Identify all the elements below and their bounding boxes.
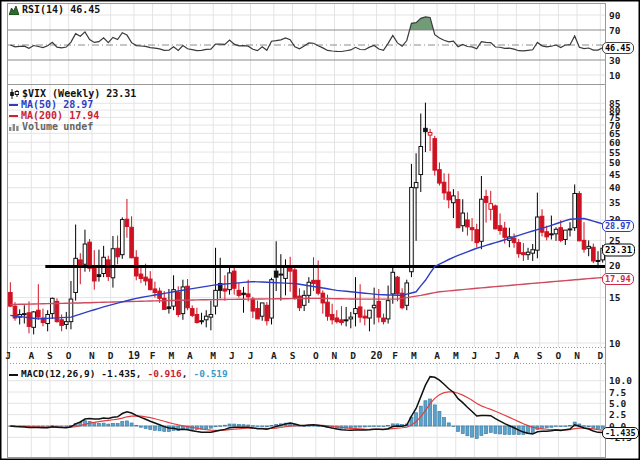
ma50-legend: MA(50)28.97 <box>9 99 136 110</box>
x-axis-month-label: M <box>453 350 459 361</box>
x-axis-month-label: 20 <box>370 350 382 361</box>
x-axis-month-label: N <box>574 350 580 361</box>
axis-label: 10 <box>609 338 621 349</box>
ma50-value-bubble: 28.97 <box>602 220 634 232</box>
rsi-header: RSI(14)46.45 <box>9 4 100 15</box>
axis-label: 2.5 <box>609 409 626 420</box>
x-axis-month-label: D <box>597 350 603 361</box>
axis-label: 35 <box>609 197 621 208</box>
axis-label: 90 <box>609 10 621 21</box>
chart-canvas: 9070301010152025303540455055606570758085… <box>0 0 640 460</box>
volume-value: undef <box>63 121 93 132</box>
macd-value-bubble: -1.435 <box>602 427 639 439</box>
axis-label: 50 <box>609 157 621 168</box>
ma200-label: MA(200) <box>21 110 63 121</box>
volume-label: Volume <box>22 121 58 132</box>
x-axis-month-label: J <box>5 350 11 361</box>
stockchart-panel: 9070301010152025303540455055606570758085… <box>0 0 640 460</box>
area-chart-icon <box>9 5 19 15</box>
macd-signal-value: -0.916 <box>147 368 181 379</box>
x-axis-month-label: A <box>271 350 277 361</box>
x-axis-month-label: F <box>392 350 398 361</box>
x-axis-month-label: D <box>108 350 114 361</box>
x-axis-month-label: O <box>555 350 561 361</box>
x-axis-month-label: O <box>313 350 319 361</box>
last-price-bubble: 23.31 <box>602 244 635 257</box>
month-gridlines <box>31 3 600 457</box>
x-axis-month-label: J <box>495 350 501 361</box>
x-axis-month-label: S <box>47 350 53 361</box>
axis-label: 15 <box>609 292 621 303</box>
axis-label: 10 <box>609 70 621 81</box>
axis-label: 55 <box>609 147 621 158</box>
axis-label: 70 <box>609 25 621 36</box>
ma200-legend: MA(200)17.94 <box>9 110 136 121</box>
axis-label: 20 <box>609 260 621 271</box>
macd-hist-value: -0.519 <box>193 368 227 379</box>
symbol-label: $VIX (Weekly) <box>22 88 100 99</box>
x-axis-month-label: A <box>28 350 34 361</box>
symbol-row: $VIX (Weekly)23.31 <box>9 88 136 99</box>
x-axis-month-label: A <box>434 350 440 361</box>
x-axis-month-label: S <box>290 350 296 361</box>
x-axis-month-label: J <box>472 350 478 361</box>
x-axis-month-label: J <box>229 350 235 361</box>
x-axis-month-label: N <box>332 350 338 361</box>
ma200-value-bubble: 17.94 <box>602 273 634 285</box>
x-axis-month-label: A <box>187 350 193 361</box>
x-axis-month-label: S <box>537 350 543 361</box>
rsi-value-bubble: 46.45 <box>602 42 634 54</box>
axis-label: 5.0 <box>609 398 626 409</box>
macd-header: MACD(12,26,9)-1.435,-0.916,-0.519 <box>9 368 228 379</box>
axis-label: 40 <box>609 182 621 193</box>
axis-label: 85 <box>609 98 621 109</box>
rsi-value: 46.45 <box>70 4 100 15</box>
axis-label: 45 <box>609 169 621 180</box>
axis-label: 10.0 <box>609 375 632 386</box>
volume-bars-icon <box>9 122 19 131</box>
macd-sep2: , <box>182 368 188 379</box>
ma200-line-swatch <box>9 115 18 117</box>
axis-label: 30 <box>609 55 621 66</box>
x-axis-month-label: N <box>89 350 95 361</box>
ma50-line-swatch <box>9 104 18 106</box>
candlestick-icon <box>9 89 19 99</box>
macd-value: -1.435 <box>101 368 135 379</box>
x-axis-month-label: F <box>150 350 156 361</box>
macd-label: MACD(12,26,9) <box>21 368 95 379</box>
rsi-label: RSI(14) <box>22 4 64 15</box>
x-axis-month-label: M <box>411 350 417 361</box>
x-axis-month-label: A <box>514 350 520 361</box>
x-axis-month-label: J <box>248 350 254 361</box>
ma50-label: MA(50) <box>21 99 57 110</box>
last-value: 23.31 <box>106 88 136 99</box>
x-axis-month-label: D <box>350 350 356 361</box>
x-axis-month-label: O <box>66 350 72 361</box>
x-axis-month-label: M <box>168 350 174 361</box>
macd-line-swatch <box>9 374 18 376</box>
candles <box>9 103 605 335</box>
ma200-value: 17.94 <box>69 110 99 121</box>
ma50-value: 28.97 <box>63 99 93 110</box>
price-header: $VIX (Weekly)23.31 MA(50)28.97 MA(200)17… <box>9 88 136 132</box>
macd-sep1: , <box>136 368 142 379</box>
x-axis-month-label: 19 <box>128 350 140 361</box>
rsi-line <box>10 17 602 52</box>
volume-legend: Volumeundef <box>9 121 136 132</box>
x-axis-month-label: M <box>210 350 216 361</box>
axis-label: 7.5 <box>609 387 626 398</box>
